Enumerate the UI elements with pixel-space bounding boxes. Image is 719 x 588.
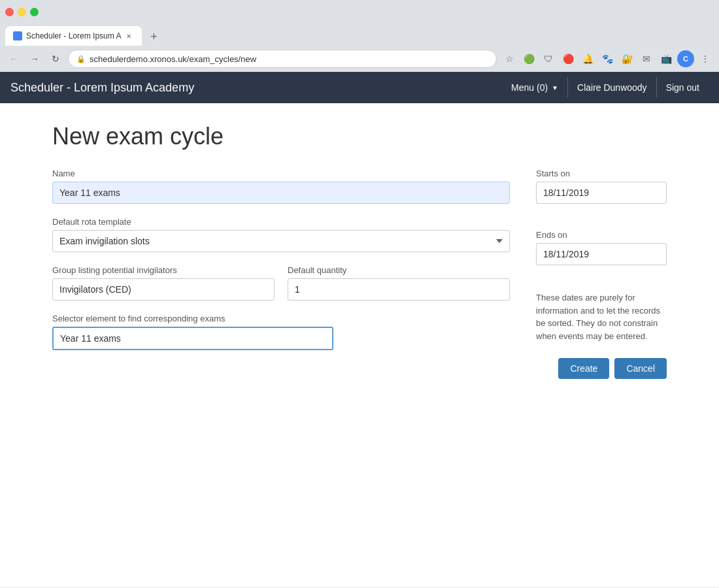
- new-tab-button[interactable]: +: [144, 27, 163, 46]
- bookmark-icon[interactable]: ☆: [501, 50, 518, 67]
- starts-on-group: Starts on: [536, 169, 667, 217]
- ext5-icon[interactable]: 🐾: [599, 50, 616, 67]
- ext1-icon[interactable]: 🟢: [520, 50, 537, 67]
- ext3-icon[interactable]: 🔴: [560, 50, 577, 67]
- quantity-input[interactable]: [288, 278, 510, 301]
- starts-on-label: Starts on: [536, 169, 667, 178]
- ends-on-label: Ends on: [536, 230, 667, 240]
- cancel-button[interactable]: Cancel: [614, 358, 667, 379]
- create-button[interactable]: Create: [558, 358, 609, 379]
- browser-tab[interactable]: Scheduler - Lorem Ipsum A ✕: [5, 26, 142, 46]
- quantity-group: Default quantity: [288, 265, 510, 301]
- window-close-btn[interactable]: [5, 8, 14, 16]
- name-label: Name: [52, 169, 510, 178]
- group-group: Group listing potential invigilators: [52, 265, 275, 301]
- name-input[interactable]: [52, 182, 510, 204]
- rota-group: Default rota template Exam invigilation …: [52, 217, 510, 252]
- selector-input[interactable]: [52, 327, 333, 350]
- ext6-icon[interactable]: 🔐: [618, 50, 635, 67]
- forward-button[interactable]: →: [26, 50, 43, 67]
- user-name: Claire Dunwoody: [568, 77, 657, 98]
- ext7-icon[interactable]: ✉: [638, 50, 655, 67]
- action-buttons: Create Cancel: [536, 358, 667, 379]
- page-title: New exam cycle: [52, 123, 667, 150]
- window-max-btn[interactable]: [30, 8, 39, 16]
- lock-icon: 🔒: [76, 55, 86, 63]
- group-label: Group listing potential invigilators: [52, 265, 275, 275]
- url-bar[interactable]: 🔒 schedulerdemo.xronos.uk/exam_cycles/ne…: [68, 50, 497, 68]
- ext4-icon[interactable]: 🔔: [579, 50, 596, 67]
- window-min-btn[interactable]: [18, 8, 26, 16]
- name-group: Name: [52, 169, 510, 204]
- tab-close-btn[interactable]: ✕: [124, 31, 134, 41]
- app-title: Scheduler - Lorem Ipsum Academy: [10, 81, 502, 95]
- menu-label: Menu (0): [511, 82, 548, 93]
- selector-group: Selector element to find corresponding e…: [52, 314, 333, 350]
- rota-label: Default rota template: [52, 217, 510, 227]
- url-text: schedulerdemo.xronos.uk/exam_cycles/new: [90, 54, 256, 64]
- ext8-icon[interactable]: 📺: [658, 50, 675, 67]
- starts-on-input[interactable]: [536, 182, 667, 204]
- group-input[interactable]: [52, 278, 275, 301]
- more-options-icon[interactable]: ⋮: [697, 50, 714, 67]
- selector-label: Selector element to find corresponding e…: [52, 314, 333, 323]
- form-left: Name Default rota template Exam invigila…: [52, 169, 510, 363]
- tab-favicon: [13, 31, 22, 41]
- ends-on-group: Ends on: [536, 230, 667, 278]
- quantity-label: Default quantity: [288, 265, 510, 275]
- menu-dropdown-arrow: ▼: [552, 84, 558, 91]
- back-button[interactable]: ←: [5, 50, 22, 67]
- form-right: Starts on Ends on These dates are purely…: [536, 169, 667, 379]
- menu-button[interactable]: Menu (0) ▼: [502, 77, 568, 98]
- top-nav: Scheduler - Lorem Ipsum Academy Menu (0)…: [0, 72, 719, 103]
- tab-title: Scheduler - Lorem Ipsum A: [26, 31, 121, 41]
- ext2-icon[interactable]: 🛡: [540, 50, 557, 67]
- ends-on-input[interactable]: [536, 243, 667, 265]
- date-info-text: These dates are purely for information a…: [536, 291, 667, 342]
- reload-button[interactable]: ↻: [47, 50, 64, 67]
- profile-avatar[interactable]: C: [677, 50, 694, 67]
- sign-out-button[interactable]: Sign out: [657, 77, 709, 98]
- rota-select[interactable]: Exam invigilation slots: [52, 230, 510, 252]
- main-content: New exam cycle Name Default rota templat…: [0, 103, 719, 587]
